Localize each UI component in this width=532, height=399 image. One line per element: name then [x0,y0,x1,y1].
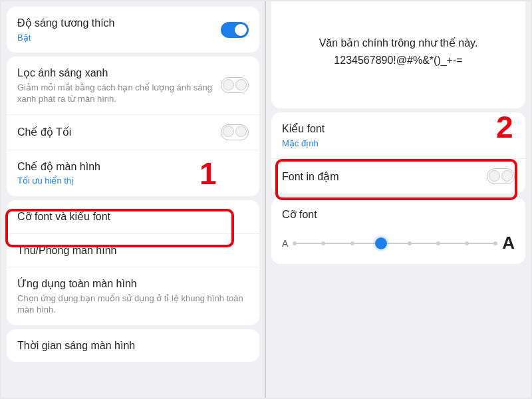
row-fullscreen-apps[interactable]: Ứng dụng toàn màn hình Chọn ứng dụng bạn… [7,267,259,325]
adaptive-brightness-title: Độ sáng tương thích [17,16,221,31]
adaptive-brightness-state: Bật [17,32,221,44]
screen-timeout-title: Thời gian sáng màn hình [17,338,249,353]
row-screen-zoom[interactable]: Thu/Phóng màn hình [7,233,259,267]
font-size-style-title: Cỡ font và kiểu font [17,209,249,224]
slider-tick [293,241,297,245]
tutorial-split-view: Độ sáng tương thích Bật Lọc ánh sáng xan… [1,1,531,398]
pane-step-2: Văn bản chính trông như thế này. 1234567… [266,1,531,398]
bold-font-toggle[interactable] [487,168,515,184]
preview-text-line1: Văn bản chính trông như thế này. [282,35,515,52]
row-screen-timeout[interactable]: Thời gian sáng màn hình [7,329,259,362]
row-adaptive-brightness[interactable]: Độ sáng tương thích Bật [7,7,259,53]
screen-zoom-title: Thu/Phóng màn hình [17,243,249,258]
row-screen-mode[interactable]: Chế độ màn hình Tối ưu hiển thị [7,150,259,196]
slider-tick [350,241,354,245]
blue-light-title: Lọc ánh sáng xanh [17,66,221,80]
slider-tick [321,241,325,245]
pane-step-1: Độ sáng tương thích Bật Lọc ánh sáng xan… [1,1,266,398]
slider-tick [493,241,497,245]
font-size-title: Cỡ font [282,208,515,221]
font-style-value: Mặc định [282,138,515,150]
dark-mode-title: Chế độ Tối [17,125,221,140]
row-dark-mode[interactable]: Chế độ Tối [7,114,259,150]
screen-mode-title: Chế độ màn hình [17,160,249,174]
row-font-style[interactable]: Kiểu font Mặc định [271,112,525,158]
slider-tick [465,241,469,245]
bold-font-title: Font in đậm [282,170,487,184]
row-blue-light-filter[interactable]: Lọc ánh sáng xanh Giảm mỏi mắt bằng cách… [7,57,259,114]
row-bold-font[interactable]: Font in đậm [271,158,525,194]
font-preview-area: Văn bản chính trông như thế này. 1234567… [271,1,525,108]
fullscreen-apps-title: Ứng dụng toàn màn hình [17,277,249,291]
row-font-size-style[interactable]: Cỡ font và kiểu font [7,200,259,233]
fullscreen-apps-desc: Chọn ứng dụng bạn muốn sử dụng ở tỉ lệ k… [17,293,249,316]
font-size-big-a-icon: A [502,233,515,253]
adaptive-brightness-toggle[interactable] [221,22,249,38]
font-style-title: Kiểu font [282,122,515,136]
slider-thumb[interactable] [375,237,387,249]
font-size-small-a-icon: A [282,238,288,249]
slider-tick [408,241,412,245]
preview-text-line2: 1234567890!@#%&*()_+-= [282,52,515,69]
dark-mode-toggle[interactable] [221,124,249,140]
font-size-slider[interactable] [295,237,495,250]
blue-light-toggle[interactable] [221,77,249,93]
blue-light-desc: Giảm mỏi mắt bằng cách hạn chế lượng ánh… [17,82,221,105]
font-size-block: Cỡ font A A [271,198,525,264]
screen-mode-value: Tối ưu hiển thị [17,175,249,187]
slider-tick [436,241,440,245]
